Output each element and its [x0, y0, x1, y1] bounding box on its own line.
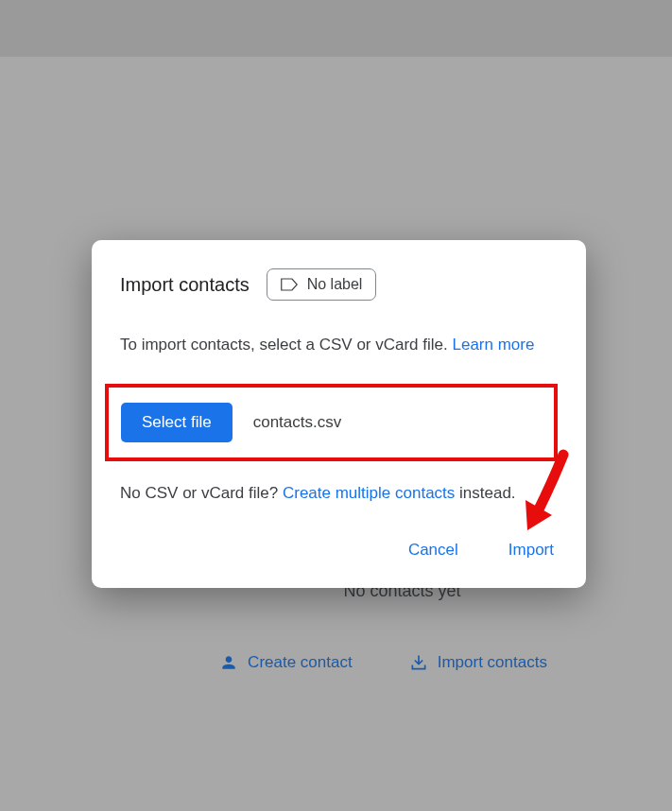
no-csv-text: No CSV or vCard file? Create multiple co…	[120, 484, 558, 503]
select-file-button[interactable]: Select file	[121, 403, 233, 442]
cancel-button[interactable]: Cancel	[405, 535, 462, 565]
import-button[interactable]: Import	[505, 535, 558, 565]
empty-state: No contacts yet Create contact Import co…	[0, 581, 672, 672]
instruction-text: To import contacts, select a CSV or vCar…	[120, 333, 558, 357]
dialog-actions: Cancel Import	[120, 535, 558, 565]
create-contact-button[interactable]: Create contact	[219, 653, 353, 672]
create-contact-label: Create contact	[248, 653, 353, 672]
import-contacts-button[interactable]: Import contacts	[409, 653, 547, 672]
learn-more-link[interactable]: Learn more	[452, 336, 534, 354]
label-selector-chip[interactable]: No label	[267, 268, 377, 301]
label-chip-text: No label	[307, 276, 363, 293]
import-icon	[409, 653, 428, 672]
label-icon	[281, 278, 298, 291]
dialog-title: Import contacts	[120, 274, 250, 296]
header-bar	[0, 0, 672, 57]
person-icon	[219, 653, 238, 672]
import-contacts-dialog: Import contacts No label To import conta…	[92, 240, 586, 588]
annotation-highlight-box: Select file contacts.csv	[105, 384, 558, 461]
selected-filename: contacts.csv	[253, 413, 342, 432]
file-select-row: Select file contacts.csv	[118, 398, 544, 447]
create-multiple-contacts-link[interactable]: Create multiple contacts	[283, 484, 455, 502]
import-contacts-label: Import contacts	[438, 653, 547, 672]
